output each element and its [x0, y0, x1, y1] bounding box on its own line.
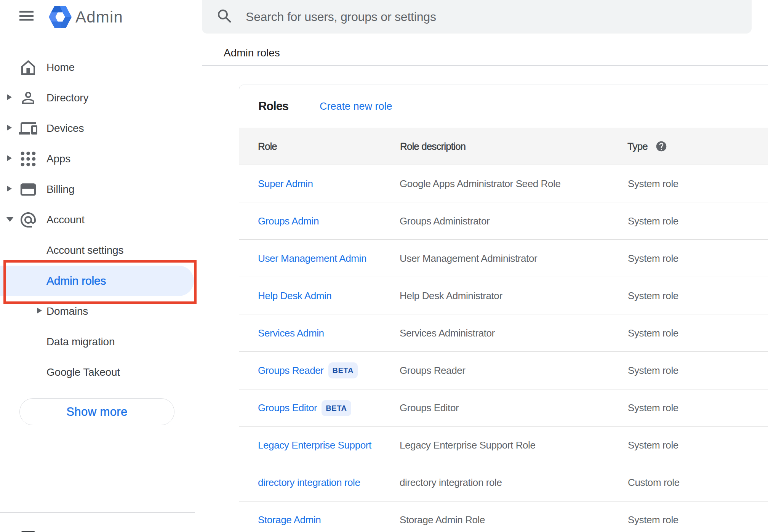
roles-card: Roles Create new role Role Role descript…: [239, 85, 768, 532]
sidebar-item-admin-roles[interactable]: Admin roles: [0, 266, 202, 296]
role-cell: Groups Admin: [258, 202, 319, 240]
role-cell: Groups EditorBETA: [258, 389, 351, 427]
column-header-type: Type: [627, 128, 648, 165]
sidebar-item-billing[interactable]: Billing: [0, 174, 202, 205]
table-row: directory integration role directory int…: [239, 464, 768, 502]
role-description-cell: Groups Editor: [400, 389, 459, 427]
chevron-right-icon[interactable]: [7, 125, 12, 132]
table-header-row: Role Role description Type: [239, 128, 768, 165]
sidebar-item-label: Account settings: [46, 235, 123, 266]
role-type-cell: System role: [628, 202, 678, 240]
table-row: Help Desk Admin Help Desk Administrator …: [239, 277, 768, 314]
role-link[interactable]: Super Admin: [258, 178, 313, 190]
role-cell: Groups ReaderBETA: [258, 352, 358, 389]
admin-hexagon-logo-icon: [49, 6, 72, 28]
sidebar-item-label: Home: [46, 52, 75, 83]
table-row: Services Admin Services Administrator Sy…: [239, 314, 768, 352]
search-bar[interactable]: Search for users, groups or settings: [202, 0, 752, 34]
sidebar-item-label: Billing: [46, 174, 74, 205]
roles-card-header: Roles Create new role: [239, 85, 768, 128]
role-description-cell: Help Desk Administrator: [400, 277, 502, 314]
sidebar-item-domains[interactable]: Domains: [0, 296, 202, 327]
role-link[interactable]: Storage Admin: [258, 514, 321, 526]
apps-icon: [19, 150, 37, 168]
sidebar-item-data-migration[interactable]: Data migration: [0, 327, 202, 357]
role-link[interactable]: Legacy Enterprise Support: [258, 439, 371, 451]
table-row: Groups Admin Groups Administrator System…: [239, 202, 768, 240]
devices-icon: [19, 119, 37, 138]
chevron-down-icon[interactable]: [6, 216, 14, 223]
role-link[interactable]: Help Desk Admin: [258, 290, 331, 302]
sidebar-item-label: Directory: [46, 83, 88, 113]
hamburger-menu-icon[interactable]: [19, 11, 34, 21]
credit-card-icon: [19, 180, 37, 199]
role-link[interactable]: Groups Admin: [258, 215, 319, 227]
sidebar-divider: [0, 512, 195, 513]
role-cell: Legacy Enterprise Support: [258, 427, 371, 464]
sidebar-item-label: Domains: [46, 296, 88, 327]
sidebar-item-label: Devices: [46, 113, 84, 144]
sidebar-item-devices[interactable]: Devices: [0, 113, 202, 144]
role-description-cell: Legacy Enterprise Support Role: [400, 427, 536, 464]
role-link[interactable]: Services Admin: [258, 327, 324, 339]
table-row: Groups ReaderBETA Groups Reader System r…: [239, 352, 768, 389]
role-cell: Super Admin: [258, 165, 313, 202]
column-header-role: Role: [258, 128, 277, 165]
sidebar-item-label: Google Takeout: [46, 357, 120, 388]
sidebar-item-directory[interactable]: Directory: [0, 83, 202, 113]
role-description-cell: Services Administrator: [400, 314, 495, 352]
role-type-cell: System role: [628, 389, 678, 427]
home-icon: [19, 58, 37, 77]
role-cell: Help Desk Admin: [258, 277, 331, 314]
chevron-right-icon[interactable]: [7, 94, 12, 102]
role-type-cell: System role: [628, 502, 678, 532]
create-new-role-link[interactable]: Create new role: [320, 85, 392, 128]
role-cell: Services Admin: [258, 314, 324, 352]
sidebar-item-google-takeout[interactable]: Google Takeout: [0, 357, 202, 388]
role-description-cell: Groups Reader: [400, 352, 466, 389]
sidebar-item-label: Apps: [46, 144, 70, 174]
google-admin-logo: Admin: [49, 6, 123, 28]
role-cell: Storage Admin: [258, 502, 321, 532]
table-row: Storage Admin Storage Admin Role System …: [239, 502, 768, 532]
role-description-cell: Groups Administrator: [400, 202, 490, 240]
role-cell: User Management Admin: [258, 240, 366, 277]
role-link[interactable]: Groups Reader: [258, 365, 324, 377]
role-cell: directory integration role: [258, 464, 360, 502]
at-email-icon: [19, 211, 37, 229]
role-type-cell: System role: [628, 240, 678, 277]
beta-badge: BETA: [328, 362, 358, 378]
person-icon: [19, 89, 37, 107]
role-description-cell: Storage Admin Role: [400, 502, 485, 532]
beta-badge: BETA: [322, 400, 351, 416]
chevron-right-icon[interactable]: [7, 155, 12, 163]
sidebar-item-account[interactable]: Account: [0, 205, 202, 235]
breadcrumb: Admin roles: [224, 42, 280, 64]
role-description-cell: User Management Administrator: [400, 240, 537, 277]
role-type-cell: System role: [628, 277, 678, 314]
role-link[interactable]: directory integration role: [258, 477, 360, 489]
table-row: Groups EditorBETA Groups Editor System r…: [239, 389, 768, 427]
role-link[interactable]: Groups Editor: [258, 402, 317, 414]
help-icon[interactable]: [655, 140, 667, 154]
role-link[interactable]: User Management Admin: [258, 253, 366, 264]
role-type-cell: System role: [628, 427, 678, 464]
sidebar-item-label: Admin roles: [46, 266, 106, 296]
role-type-cell: Custom role: [628, 464, 680, 502]
sidebar: Admin HomeDirectoryDevicesAppsBillingAcc…: [0, 0, 202, 532]
sidebar-item-account-settings[interactable]: Account settings: [0, 235, 202, 266]
roles-title: Roles: [258, 85, 288, 128]
chevron-right-icon[interactable]: [37, 308, 42, 315]
role-description-cell: directory integration role: [400, 464, 502, 502]
role-description-cell: Google Apps Administrator Seed Role: [400, 165, 560, 202]
chevron-right-icon[interactable]: [7, 186, 12, 193]
search-icon: [216, 7, 234, 27]
show-more-button[interactable]: Show more: [19, 398, 174, 425]
table-body: Super Admin Google Apps Administrator Se…: [239, 165, 768, 532]
table-row: User Management Admin User Management Ad…: [239, 240, 768, 277]
sidebar-item-apps[interactable]: Apps: [0, 144, 202, 174]
content-divider: [202, 65, 768, 66]
sidebar-item-home[interactable]: Home: [0, 52, 202, 83]
role-type-cell: System role: [628, 352, 678, 389]
sidebar-item-label: Data migration: [46, 327, 115, 357]
